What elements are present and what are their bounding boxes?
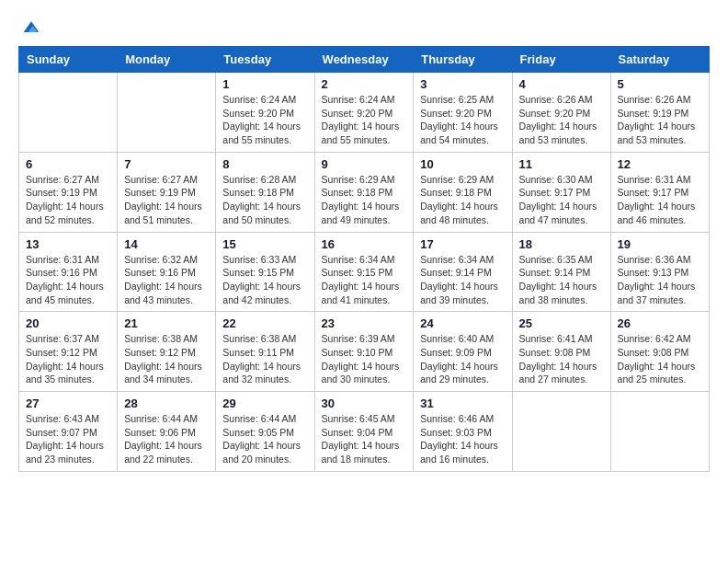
day-number: 9 — [322, 157, 407, 171]
day-info: Sunrise: 6:36 AMSunset: 9:13 PMDaylight:… — [618, 253, 702, 307]
day-info: Sunrise: 6:30 AMSunset: 9:17 PMDaylight:… — [519, 173, 604, 227]
logo — [18, 18, 40, 37]
day-info: Sunrise: 6:24 AMSunset: 9:20 PMDaylight:… — [222, 93, 307, 147]
calendar-cell: 20Sunrise: 6:37 AMSunset: 9:12 PMDayligh… — [19, 312, 118, 392]
day-number: 17 — [420, 237, 505, 251]
calendar-cell: 2Sunrise: 6:24 AMSunset: 9:20 PMDaylight… — [314, 73, 414, 153]
day-info: Sunrise: 6:43 AMSunset: 9:07 PMDaylight:… — [26, 412, 110, 466]
day-info: Sunrise: 6:27 AMSunset: 9:19 PMDaylight:… — [26, 173, 110, 227]
day-number: 3 — [420, 77, 505, 91]
day-number: 6 — [26, 157, 110, 171]
day-info: Sunrise: 6:35 AMSunset: 9:14 PMDaylight:… — [519, 253, 604, 307]
calendar-cell: 11Sunrise: 6:30 AMSunset: 9:17 PMDayligh… — [512, 152, 610, 232]
day-info: Sunrise: 6:38 AMSunset: 9:12 PMDaylight:… — [124, 332, 209, 386]
weekday-header: Tuesday — [216, 47, 314, 73]
calendar-cell: 7Sunrise: 6:27 AMSunset: 9:19 PMDaylight… — [118, 152, 216, 232]
calendar-cell: 25Sunrise: 6:41 AMSunset: 9:08 PMDayligh… — [512, 312, 610, 392]
calendar-week-row: 27Sunrise: 6:43 AMSunset: 9:07 PMDayligh… — [19, 392, 710, 472]
calendar-cell — [118, 73, 216, 153]
weekday-header: Thursday — [414, 47, 512, 73]
day-number: 14 — [124, 237, 209, 251]
day-number: 28 — [124, 396, 209, 410]
day-number: 15 — [222, 237, 307, 251]
calendar-cell: 22Sunrise: 6:38 AMSunset: 9:11 PMDayligh… — [216, 312, 314, 392]
calendar-cell — [610, 392, 709, 472]
day-info: Sunrise: 6:41 AMSunset: 9:08 PMDaylight:… — [519, 332, 604, 386]
day-info: Sunrise: 6:32 AMSunset: 9:16 PMDaylight:… — [124, 253, 209, 307]
day-number: 7 — [124, 157, 209, 171]
calendar-cell: 19Sunrise: 6:36 AMSunset: 9:13 PMDayligh… — [610, 232, 709, 312]
calendar-cell: 29Sunrise: 6:44 AMSunset: 9:05 PMDayligh… — [216, 392, 314, 472]
calendar-cell: 17Sunrise: 6:34 AMSunset: 9:14 PMDayligh… — [414, 232, 512, 312]
day-number: 1 — [222, 77, 307, 91]
calendar-cell: 14Sunrise: 6:32 AMSunset: 9:16 PMDayligh… — [118, 232, 216, 312]
weekday-header: Sunday — [19, 47, 118, 73]
day-number: 5 — [618, 77, 702, 91]
day-number: 20 — [26, 316, 110, 330]
day-info: Sunrise: 6:31 AMSunset: 9:16 PMDaylight:… — [26, 253, 110, 307]
day-number: 27 — [26, 396, 110, 410]
calendar-week-row: 6Sunrise: 6:27 AMSunset: 9:19 PMDaylight… — [19, 152, 710, 232]
calendar-cell: 15Sunrise: 6:33 AMSunset: 9:15 PMDayligh… — [216, 232, 314, 312]
day-info: Sunrise: 6:31 AMSunset: 9:17 PMDaylight:… — [618, 173, 702, 227]
calendar-cell: 8Sunrise: 6:28 AMSunset: 9:18 PMDaylight… — [216, 152, 314, 232]
day-number: 26 — [618, 316, 702, 330]
calendar-cell: 27Sunrise: 6:43 AMSunset: 9:07 PMDayligh… — [19, 392, 118, 472]
calendar-cell — [19, 73, 118, 153]
day-info: Sunrise: 6:34 AMSunset: 9:15 PMDaylight:… — [322, 253, 407, 307]
day-number: 8 — [222, 157, 307, 171]
day-info: Sunrise: 6:33 AMSunset: 9:15 PMDaylight:… — [222, 253, 307, 307]
calendar-table: SundayMondayTuesdayWednesdayThursdayFrid… — [18, 46, 710, 472]
day-number: 16 — [322, 237, 407, 251]
calendar-cell: 23Sunrise: 6:39 AMSunset: 9:10 PMDayligh… — [314, 312, 414, 392]
day-info: Sunrise: 6:46 AMSunset: 9:03 PMDaylight:… — [420, 412, 505, 466]
calendar-cell — [512, 392, 610, 472]
weekday-header: Friday — [512, 47, 610, 73]
calendar-cell: 6Sunrise: 6:27 AMSunset: 9:19 PMDaylight… — [19, 152, 118, 232]
calendar-cell: 18Sunrise: 6:35 AMSunset: 9:14 PMDayligh… — [512, 232, 610, 312]
day-info: Sunrise: 6:26 AMSunset: 9:20 PMDaylight:… — [519, 93, 604, 147]
weekday-header: Wednesday — [314, 47, 414, 73]
calendar-cell: 26Sunrise: 6:42 AMSunset: 9:08 PMDayligh… — [610, 312, 709, 392]
day-number: 30 — [322, 396, 407, 410]
weekday-header: Monday — [118, 47, 216, 73]
calendar-cell: 24Sunrise: 6:40 AMSunset: 9:09 PMDayligh… — [414, 312, 512, 392]
day-info: Sunrise: 6:29 AMSunset: 9:18 PMDaylight:… — [322, 173, 407, 227]
day-number: 12 — [618, 157, 702, 171]
day-info: Sunrise: 6:38 AMSunset: 9:11 PMDaylight:… — [222, 332, 307, 386]
calendar-cell: 10Sunrise: 6:29 AMSunset: 9:18 PMDayligh… — [414, 152, 512, 232]
page-header — [18, 18, 710, 37]
calendar-cell: 31Sunrise: 6:46 AMSunset: 9:03 PMDayligh… — [414, 392, 512, 472]
calendar-week-row: 20Sunrise: 6:37 AMSunset: 9:12 PMDayligh… — [19, 312, 710, 392]
day-number: 25 — [519, 316, 604, 330]
day-number: 13 — [26, 237, 110, 251]
day-number: 21 — [124, 316, 209, 330]
day-number: 19 — [618, 237, 702, 251]
day-number: 2 — [322, 77, 407, 91]
day-info: Sunrise: 6:26 AMSunset: 9:19 PMDaylight:… — [618, 93, 702, 147]
calendar-cell: 16Sunrise: 6:34 AMSunset: 9:15 PMDayligh… — [314, 232, 414, 312]
day-info: Sunrise: 6:44 AMSunset: 9:05 PMDaylight:… — [222, 412, 307, 466]
day-info: Sunrise: 6:24 AMSunset: 9:20 PMDaylight:… — [322, 93, 407, 147]
day-number: 23 — [322, 316, 407, 330]
day-info: Sunrise: 6:25 AMSunset: 9:20 PMDaylight:… — [420, 93, 505, 147]
day-info: Sunrise: 6:28 AMSunset: 9:18 PMDaylight:… — [222, 173, 307, 227]
day-number: 10 — [420, 157, 505, 171]
calendar-cell: 30Sunrise: 6:45 AMSunset: 9:04 PMDayligh… — [314, 392, 414, 472]
calendar-cell: 1Sunrise: 6:24 AMSunset: 9:20 PMDaylight… — [216, 73, 314, 153]
day-number: 22 — [222, 316, 307, 330]
day-number: 11 — [519, 157, 604, 171]
day-number: 31 — [420, 396, 505, 410]
calendar-cell: 28Sunrise: 6:44 AMSunset: 9:06 PMDayligh… — [118, 392, 216, 472]
calendar-cell: 21Sunrise: 6:38 AMSunset: 9:12 PMDayligh… — [118, 312, 216, 392]
day-number: 4 — [519, 77, 604, 91]
day-info: Sunrise: 6:37 AMSunset: 9:12 PMDaylight:… — [26, 332, 110, 386]
day-number: 18 — [519, 237, 604, 251]
day-number: 24 — [420, 316, 505, 330]
calendar-week-row: 13Sunrise: 6:31 AMSunset: 9:16 PMDayligh… — [19, 232, 710, 312]
calendar-week-row: 1Sunrise: 6:24 AMSunset: 9:20 PMDaylight… — [19, 73, 710, 153]
calendar-header-row: SundayMondayTuesdayWednesdayThursdayFrid… — [19, 47, 710, 73]
calendar-cell: 5Sunrise: 6:26 AMSunset: 9:19 PMDaylight… — [610, 73, 709, 153]
logo-icon — [22, 18, 40, 37]
day-info: Sunrise: 6:44 AMSunset: 9:06 PMDaylight:… — [124, 412, 209, 466]
